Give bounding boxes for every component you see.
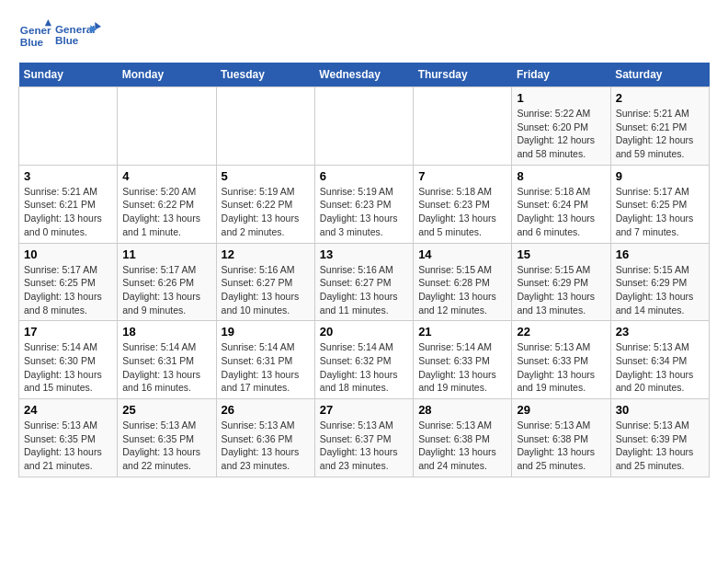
calendar-day-cell: 6Sunrise: 5:19 AM Sunset: 6:23 PM Daylig… — [314, 165, 413, 243]
day-number: 12 — [222, 247, 310, 261]
day-detail: Sunrise: 5:15 AM Sunset: 6:29 PM Dayligh… — [517, 263, 605, 317]
calendar-day-cell: 10Sunrise: 5:17 AM Sunset: 6:25 PM Dayli… — [19, 243, 118, 321]
day-number: 13 — [320, 247, 408, 261]
weekday-header-monday: Monday — [118, 63, 216, 87]
day-number: 20 — [320, 325, 408, 339]
calendar-day-cell: 17Sunrise: 5:14 AM Sunset: 6:30 PM Dayli… — [19, 321, 118, 399]
day-number: 10 — [24, 247, 112, 261]
day-number: 30 — [616, 403, 704, 417]
calendar-day-cell: 23Sunrise: 5:13 AM Sunset: 6:34 PM Dayli… — [610, 321, 709, 399]
calendar-week-row: 10Sunrise: 5:17 AM Sunset: 6:25 PM Dayli… — [19, 243, 710, 321]
day-detail: Sunrise: 5:13 AM Sunset: 6:38 PM Dayligh… — [418, 419, 506, 473]
calendar-day-cell: 2Sunrise: 5:21 AM Sunset: 6:21 PM Daylig… — [610, 87, 709, 166]
weekday-header-thursday: Thursday — [414, 63, 512, 87]
weekday-header-friday: Friday — [512, 63, 610, 87]
day-detail: Sunrise: 5:14 AM Sunset: 6:32 PM Dayligh… — [320, 340, 408, 395]
day-number: 9 — [616, 169, 704, 183]
calendar-day-cell: 18Sunrise: 5:14 AM Sunset: 6:31 PM Dayli… — [118, 321, 216, 399]
calendar-day-cell — [216, 87, 314, 166]
svg-text:Blue: Blue — [20, 36, 44, 48]
day-number: 14 — [418, 247, 506, 261]
day-number: 2 — [616, 91, 704, 105]
day-detail: Sunrise: 5:18 AM Sunset: 6:24 PM Dayligh… — [517, 185, 605, 239]
calendar-day-cell: 24Sunrise: 5:13 AM Sunset: 6:35 PM Dayli… — [19, 399, 118, 477]
calendar-day-cell: 20Sunrise: 5:14 AM Sunset: 6:32 PM Dayli… — [314, 321, 413, 399]
calendar-day-cell: 14Sunrise: 5:15 AM Sunset: 6:28 PM Dayli… — [414, 243, 512, 321]
day-detail: Sunrise: 5:18 AM Sunset: 6:23 PM Dayligh… — [418, 185, 506, 239]
calendar-day-cell: 25Sunrise: 5:13 AM Sunset: 6:35 PM Dayli… — [118, 399, 216, 477]
day-number: 23 — [616, 325, 704, 339]
day-number: 1 — [517, 91, 605, 105]
logo: General Blue General Blue — [18, 18, 101, 53]
day-detail: Sunrise: 5:21 AM Sunset: 6:21 PM Dayligh… — [24, 185, 112, 239]
calendar-day-cell — [118, 87, 216, 166]
day-number: 16 — [616, 247, 704, 261]
day-number: 24 — [24, 403, 112, 417]
day-number: 29 — [517, 403, 605, 417]
calendar-day-cell — [414, 87, 512, 166]
day-detail: Sunrise: 5:13 AM Sunset: 6:35 PM Dayligh… — [24, 419, 112, 473]
day-number: 5 — [222, 169, 310, 183]
day-number: 8 — [517, 169, 605, 183]
calendar-day-cell: 3Sunrise: 5:21 AM Sunset: 6:21 PM Daylig… — [19, 165, 118, 243]
day-detail: Sunrise: 5:14 AM Sunset: 6:33 PM Dayligh… — [418, 340, 506, 395]
day-number: 25 — [122, 403, 210, 417]
weekday-header-saturday: Saturday — [610, 63, 709, 87]
day-detail: Sunrise: 5:14 AM Sunset: 6:31 PM Dayligh… — [122, 340, 210, 395]
day-number: 17 — [24, 325, 112, 339]
calendar-day-cell: 11Sunrise: 5:17 AM Sunset: 6:26 PM Dayli… — [118, 243, 216, 321]
calendar-day-cell — [314, 87, 413, 166]
day-detail: Sunrise: 5:13 AM Sunset: 6:34 PM Dayligh… — [616, 340, 704, 395]
day-detail: Sunrise: 5:19 AM Sunset: 6:23 PM Dayligh… — [320, 185, 408, 239]
day-number: 18 — [122, 325, 210, 339]
svg-marker-2 — [45, 19, 51, 26]
calendar-day-cell: 28Sunrise: 5:13 AM Sunset: 6:38 PM Dayli… — [414, 399, 512, 477]
calendar-day-cell: 4Sunrise: 5:20 AM Sunset: 6:22 PM Daylig… — [118, 165, 216, 243]
day-detail: Sunrise: 5:14 AM Sunset: 6:30 PM Dayligh… — [24, 340, 112, 395]
day-number: 26 — [222, 403, 310, 417]
day-detail: Sunrise: 5:20 AM Sunset: 6:22 PM Dayligh… — [122, 185, 210, 239]
svg-text:Blue: Blue — [55, 34, 79, 46]
day-detail: Sunrise: 5:13 AM Sunset: 6:38 PM Dayligh… — [517, 419, 605, 473]
weekday-header-sunday: Sunday — [19, 63, 118, 87]
day-number: 6 — [320, 169, 408, 183]
calendar-day-cell: 21Sunrise: 5:14 AM Sunset: 6:33 PM Dayli… — [414, 321, 512, 399]
calendar-day-cell: 30Sunrise: 5:13 AM Sunset: 6:39 PM Dayli… — [610, 399, 709, 477]
calendar-week-row: 24Sunrise: 5:13 AM Sunset: 6:35 PM Dayli… — [19, 399, 710, 477]
day-detail: Sunrise: 5:15 AM Sunset: 6:28 PM Dayligh… — [418, 263, 506, 317]
day-detail: Sunrise: 5:16 AM Sunset: 6:27 PM Dayligh… — [320, 263, 408, 317]
calendar-day-cell: 5Sunrise: 5:19 AM Sunset: 6:22 PM Daylig… — [216, 165, 314, 243]
day-detail: Sunrise: 5:21 AM Sunset: 6:21 PM Dayligh… — [616, 107, 704, 161]
weekday-header-tuesday: Tuesday — [216, 63, 314, 87]
day-detail: Sunrise: 5:19 AM Sunset: 6:22 PM Dayligh… — [222, 185, 310, 239]
day-number: 28 — [418, 403, 506, 417]
calendar-week-row: 1Sunrise: 5:22 AM Sunset: 6:20 PM Daylig… — [19, 87, 710, 166]
calendar-table: SundayMondayTuesdayWednesdayThursdayFrid… — [18, 63, 710, 477]
calendar-day-cell: 16Sunrise: 5:15 AM Sunset: 6:29 PM Dayli… — [610, 243, 709, 321]
day-detail: Sunrise: 5:13 AM Sunset: 6:33 PM Dayligh… — [517, 340, 605, 395]
calendar-day-cell: 9Sunrise: 5:17 AM Sunset: 6:25 PM Daylig… — [610, 165, 709, 243]
calendar-day-cell: 7Sunrise: 5:18 AM Sunset: 6:23 PM Daylig… — [414, 165, 512, 243]
svg-marker-5 — [95, 22, 101, 29]
weekday-header-wednesday: Wednesday — [314, 63, 413, 87]
calendar-week-row: 17Sunrise: 5:14 AM Sunset: 6:30 PM Dayli… — [19, 321, 710, 399]
day-detail: Sunrise: 5:17 AM Sunset: 6:26 PM Dayligh… — [122, 263, 210, 317]
calendar-day-cell: 8Sunrise: 5:18 AM Sunset: 6:24 PM Daylig… — [512, 165, 610, 243]
day-number: 27 — [320, 403, 408, 417]
day-number: 15 — [517, 247, 605, 261]
calendar-day-cell: 19Sunrise: 5:14 AM Sunset: 6:31 PM Dayli… — [216, 321, 314, 399]
day-number: 11 — [122, 247, 210, 261]
calendar-day-cell: 13Sunrise: 5:16 AM Sunset: 6:27 PM Dayli… — [314, 243, 413, 321]
day-detail: Sunrise: 5:17 AM Sunset: 6:25 PM Dayligh… — [24, 263, 112, 317]
calendar-day-cell — [19, 87, 118, 166]
day-detail: Sunrise: 5:16 AM Sunset: 6:27 PM Dayligh… — [222, 263, 310, 317]
calendar-day-cell: 22Sunrise: 5:13 AM Sunset: 6:33 PM Dayli… — [512, 321, 610, 399]
weekday-header-row: SundayMondayTuesdayWednesdayThursdayFrid… — [19, 63, 710, 87]
day-number: 19 — [222, 325, 310, 339]
day-detail: Sunrise: 5:15 AM Sunset: 6:29 PM Dayligh… — [616, 263, 704, 317]
day-detail: Sunrise: 5:14 AM Sunset: 6:31 PM Dayligh… — [222, 340, 310, 395]
calendar-day-cell: 29Sunrise: 5:13 AM Sunset: 6:38 PM Dayli… — [512, 399, 610, 477]
day-detail: Sunrise: 5:17 AM Sunset: 6:25 PM Dayligh… — [616, 185, 704, 239]
day-number: 7 — [418, 169, 506, 183]
day-detail: Sunrise: 5:13 AM Sunset: 6:37 PM Dayligh… — [320, 419, 408, 473]
